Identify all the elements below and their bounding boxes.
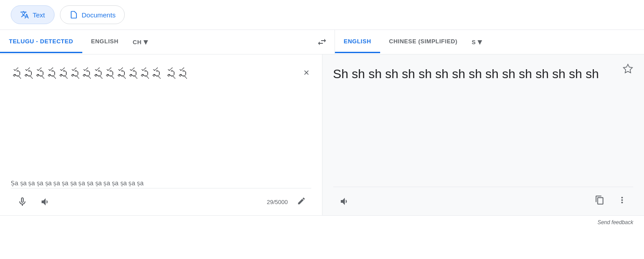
speaker-icon-source: [40, 196, 51, 207]
target-toolbar: [333, 187, 634, 215]
target-lang-s-label: S: [472, 39, 476, 46]
char-count: 29/5000: [267, 199, 288, 205]
text-tab-label: Text: [33, 11, 45, 19]
svg-marker-0: [623, 64, 632, 73]
language-bar: TELUGU - DETECTED ENGLISH CH ▾ ENGLISH C…: [0, 30, 644, 54]
documents-tab[interactable]: Documents: [60, 5, 125, 24]
translate-icon: [20, 10, 29, 19]
swap-arrows-icon: [317, 37, 327, 47]
more-icon: [617, 195, 627, 205]
source-text[interactable]: షషషషషషషషషషషషష షష: [11, 65, 293, 173]
source-lang-panel: TELUGU - DETECTED ENGLISH CH ▾: [0, 30, 309, 54]
source-panel: షషషషషషషషషషషషష షష × Ṣa ṣa ṣa ṣa ṣa ṣa ṣa …: [0, 54, 322, 215]
edit-icon: [297, 196, 306, 205]
speaker-button-target[interactable]: [337, 193, 353, 209]
speaker-button-source[interactable]: [38, 194, 54, 210]
star-button[interactable]: [623, 63, 633, 77]
top-bar: Text Documents: [0, 0, 644, 30]
target-lang-dropdown[interactable]: S ▾: [466, 30, 487, 54]
copy-button[interactable]: [592, 192, 607, 210]
more-button[interactable]: [614, 192, 630, 210]
translation-area: షషషషషషషషషషషషష షష × Ṣa ṣa ṣa ṣa ṣa ṣa ṣa …: [0, 54, 644, 215]
source-lang-tab-english[interactable]: ENGLISH: [82, 31, 127, 53]
footer: Send feedback: [0, 215, 644, 229]
document-icon: [69, 10, 78, 19]
target-lang-tab-chinese[interactable]: CHINESE (SIMPLIFIED): [380, 31, 466, 53]
target-lang-panel: ENGLISH CHINESE (SIMPLIFIED) S ▾: [335, 30, 644, 54]
microphone-button[interactable]: [14, 194, 30, 210]
feedback-link[interactable]: Send feedback: [597, 219, 633, 226]
source-toolbar: 29/5000: [11, 188, 311, 215]
star-icon: [623, 63, 633, 74]
swap-languages-button[interactable]: [309, 33, 335, 51]
target-panel: Sh sh sh sh sh sh sh sh sh sh sh sh sh s…: [322, 54, 644, 215]
speaker-icon-target: [339, 196, 350, 207]
clear-button[interactable]: ×: [302, 65, 311, 80]
mic-icon: [17, 196, 28, 207]
source-lang-tab-telugu[interactable]: TELUGU - DETECTED: [0, 31, 82, 53]
source-lang-dropdown[interactable]: CH ▾: [127, 30, 153, 54]
edit-button[interactable]: [295, 195, 308, 209]
copy-icon: [595, 195, 605, 205]
source-lang-chevron-icon: ▾: [144, 37, 148, 47]
documents-tab-label: Documents: [82, 11, 116, 19]
text-tab[interactable]: Text: [11, 5, 55, 24]
target-lang-tab-english[interactable]: ENGLISH: [335, 31, 380, 53]
target-text: Sh sh sh sh sh sh sh sh sh sh sh sh sh s…: [333, 65, 634, 83]
source-lang-ch-label: CH: [133, 39, 142, 46]
transliteration-text: Ṣa ṣa ṣa ṣa ṣa ṣa ṣa ṣa ṣa ṣa ṣa ṣa ṣa ṣ…: [11, 178, 311, 188]
target-lang-chevron-icon: ▾: [478, 37, 482, 47]
